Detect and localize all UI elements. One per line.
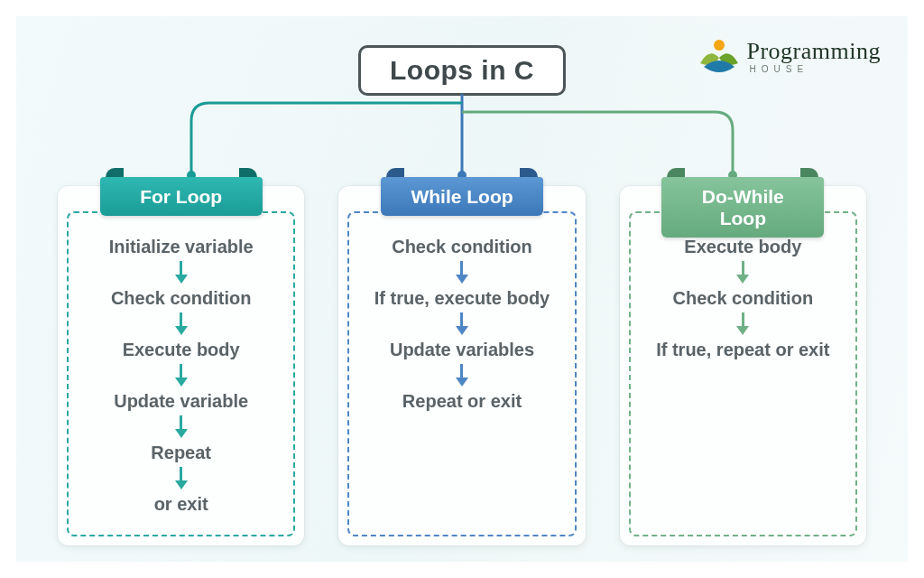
step-text: Check condition xyxy=(111,286,252,311)
step-text: Check condition xyxy=(673,286,814,311)
step-text: If true, repeat or exit xyxy=(656,338,829,362)
brand-logo: Programming HOUSE xyxy=(698,36,882,78)
cards-row: For LoopInitialize variableCheck conditi… xyxy=(16,186,908,545)
step-text: Update variables xyxy=(390,338,534,362)
card-for-loop: For LoopInitialize variableCheck conditi… xyxy=(58,186,304,545)
brand-logo-text: Programming HOUSE xyxy=(747,40,882,74)
card-steps: Execute bodyCheck conditionIf true, repe… xyxy=(638,235,848,362)
diagram-title: Loops in C xyxy=(358,45,566,96)
card-while-loop: While LoopCheck conditionIf true, execut… xyxy=(338,186,585,545)
down-arrow-icon xyxy=(736,312,749,335)
card-badge-do-while-loop: Do-While Loop xyxy=(661,177,824,238)
card-badge-for-loop: For Loop xyxy=(100,177,263,216)
down-arrow-icon xyxy=(456,312,468,335)
down-arrow-icon xyxy=(175,312,188,335)
card-steps: Check conditionIf true, execute bodyUpda… xyxy=(356,235,567,414)
svg-point-0 xyxy=(714,40,725,51)
step-text: or exit xyxy=(154,492,208,517)
card-badge-while-loop: While Loop xyxy=(381,177,543,216)
down-arrow-icon xyxy=(175,364,188,387)
card-steps: Initialize variableCheck conditionExecut… xyxy=(76,235,286,517)
diagram-canvas: Loops in C Programming HOUSE For LoopIni… xyxy=(16,16,908,562)
step-text: Update variable xyxy=(114,389,248,414)
step-text: Execute body xyxy=(123,338,240,362)
step-text: Repeat xyxy=(151,441,211,465)
brand-logo-icon xyxy=(698,36,740,78)
step-text: Check condition xyxy=(392,235,532,259)
down-arrow-icon xyxy=(175,467,188,489)
step-text: Repeat or exit xyxy=(402,389,522,414)
down-arrow-icon xyxy=(456,261,468,284)
step-text: If true, execute body xyxy=(374,286,550,311)
brand-tagline: HOUSE xyxy=(747,65,882,74)
step-text: Initialize variable xyxy=(109,235,254,259)
down-arrow-icon xyxy=(175,261,188,284)
step-text: Execute body xyxy=(684,235,801,259)
down-arrow-icon xyxy=(175,415,188,438)
brand-name: Programming xyxy=(747,40,882,63)
down-arrow-icon xyxy=(736,261,749,284)
card-do-while-loop: Do-While LoopExecute bodyCheck condition… xyxy=(620,186,866,545)
down-arrow-icon xyxy=(456,364,468,387)
